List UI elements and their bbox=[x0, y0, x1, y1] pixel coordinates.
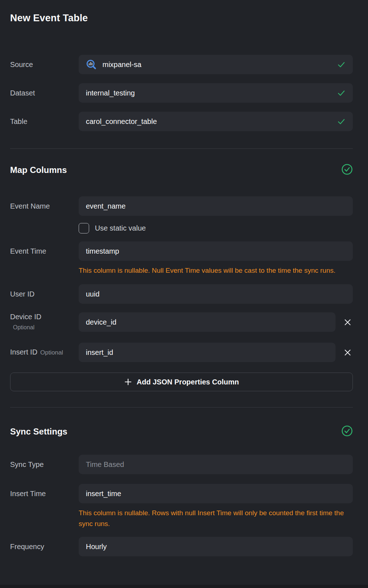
event-name-row: Event Name event_name bbox=[10, 196, 353, 216]
device-id-label-group: Device ID Optional bbox=[10, 312, 79, 332]
event-time-nullable-warning: This column is nullable. Null Event Time… bbox=[79, 265, 347, 276]
event-time-value: timestamp bbox=[86, 247, 346, 255]
page-title: New Event Table bbox=[10, 12, 353, 24]
sync-type-select: Time Based bbox=[79, 455, 353, 474]
add-json-properties-column-label: Add JSON Properties Column bbox=[137, 378, 239, 386]
device-id-select[interactable]: device_id bbox=[79, 312, 336, 332]
insert-id-value: insert_id bbox=[86, 348, 328, 357]
insert-time-nullable-warning: This column is nullable. Rows with null … bbox=[79, 508, 347, 529]
map-columns-heading-row: Map Columns bbox=[10, 164, 353, 176]
plus-icon bbox=[124, 378, 132, 386]
source-select[interactable]: mixpanel-sa bbox=[79, 55, 353, 74]
map-columns-complete-check-circle-icon bbox=[341, 164, 353, 177]
dataset-label: Dataset bbox=[10, 89, 79, 97]
new-event-table-form: New Event Table Source mixpanel-sa Datas… bbox=[0, 0, 368, 556]
dataset-value: internal_testing bbox=[86, 89, 333, 97]
frequency-value: Hourly bbox=[86, 543, 346, 551]
source-row: Source mixpanel-sa bbox=[10, 55, 353, 74]
insert-time-select[interactable]: insert_time bbox=[79, 484, 353, 503]
user-id-row: User ID uuid bbox=[10, 284, 353, 304]
dataset-row: Dataset internal_testing bbox=[10, 83, 353, 103]
frequency-row: Frequency Hourly bbox=[10, 537, 353, 556]
source-label: Source bbox=[10, 60, 79, 69]
device-id-row: Device ID Optional device_id bbox=[10, 312, 353, 332]
event-time-select[interactable]: timestamp bbox=[79, 241, 353, 261]
event-name-value: event_name bbox=[86, 202, 346, 210]
device-id-optional-label: Optional bbox=[10, 323, 79, 332]
dataset-select[interactable]: internal_testing bbox=[79, 83, 353, 103]
sync-settings-heading: Sync Settings bbox=[10, 427, 67, 437]
user-id-select[interactable]: uuid bbox=[79, 284, 353, 304]
bottom-edge-strip bbox=[0, 585, 368, 588]
table-label: Table bbox=[10, 117, 79, 126]
table-value: carol_connector_table bbox=[86, 117, 333, 126]
user-id-value: uuid bbox=[86, 290, 346, 298]
frequency-select[interactable]: Hourly bbox=[79, 537, 353, 556]
frequency-label: Frequency bbox=[10, 542, 79, 551]
event-time-row: Event Time timestamp bbox=[10, 241, 353, 261]
section-divider bbox=[10, 407, 353, 407]
insert-id-label-group: Insert IDOptional bbox=[10, 348, 79, 357]
sync-type-label: Sync Type bbox=[10, 460, 79, 469]
table-select[interactable]: carol_connector_table bbox=[79, 112, 353, 131]
insert-id-optional-label: Optional bbox=[40, 349, 63, 356]
sync-settings-complete-check-circle-icon bbox=[341, 425, 353, 438]
use-static-value-label: Use static value bbox=[95, 224, 146, 232]
insert-id-label: Insert ID bbox=[10, 348, 38, 356]
use-static-value-row: Use static value bbox=[79, 223, 353, 233]
insert-time-label: Insert Time bbox=[10, 489, 79, 498]
section-divider bbox=[10, 148, 353, 149]
source-magnifier-chart-icon bbox=[86, 59, 97, 70]
device-id-value: device_id bbox=[86, 318, 328, 326]
use-static-value-checkbox[interactable] bbox=[79, 223, 89, 233]
insert-time-row: Insert Time insert_time bbox=[10, 484, 353, 503]
source-valid-check-icon bbox=[337, 60, 346, 69]
sync-settings-heading-row: Sync Settings bbox=[10, 426, 353, 438]
sync-type-row: Sync Type Time Based bbox=[10, 455, 353, 474]
map-columns-heading: Map Columns bbox=[10, 165, 67, 175]
insert-id-remove-x-icon[interactable] bbox=[342, 343, 353, 362]
event-name-select[interactable]: event_name bbox=[79, 196, 353, 216]
source-value: mixpanel-sa bbox=[102, 61, 333, 69]
sync-type-value: Time Based bbox=[86, 460, 346, 469]
user-id-label: User ID bbox=[10, 290, 79, 298]
dataset-valid-check-icon bbox=[337, 89, 346, 97]
add-json-properties-column-button[interactable]: Add JSON Properties Column bbox=[10, 373, 353, 391]
event-name-label: Event Name bbox=[10, 202, 79, 210]
table-row: Table carol_connector_table bbox=[10, 112, 353, 131]
insert-id-row: Insert IDOptional insert_id bbox=[10, 343, 353, 362]
device-id-label: Device ID bbox=[10, 313, 41, 321]
insert-time-value: insert_time bbox=[86, 490, 346, 498]
insert-id-select[interactable]: insert_id bbox=[79, 343, 336, 362]
table-valid-check-icon bbox=[337, 117, 346, 126]
event-time-label: Event Time bbox=[10, 247, 79, 255]
device-id-remove-x-icon[interactable] bbox=[342, 312, 353, 332]
